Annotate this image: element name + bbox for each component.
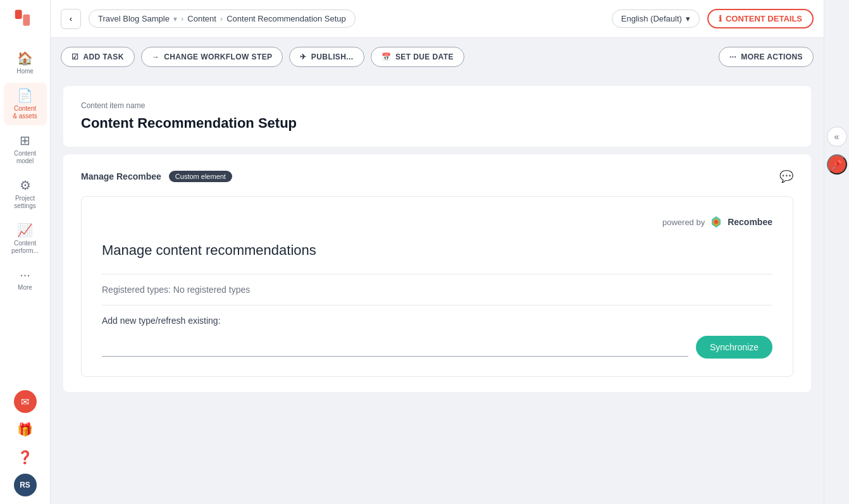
- breadcrumb[interactable]: Travel Blog Sample ▾ › Content › Content…: [89, 9, 356, 28]
- calendar-icon: 📅: [381, 52, 391, 61]
- divider-1: [102, 274, 772, 274]
- sidebar-item-project-settings[interactable]: ⚙ Projectsettings: [4, 173, 47, 215]
- right-panel: « 📌: [824, 0, 849, 504]
- info-icon: ℹ: [719, 14, 722, 23]
- sidebar-item-content-assets[interactable]: 📄 Content& assets: [4, 83, 47, 125]
- sidebar-item-more[interactable]: ··· More: [4, 262, 47, 297]
- content-model-icon: ⊞: [20, 133, 30, 148]
- sidebar-item-content-assets-label: Content& assets: [13, 105, 37, 120]
- recombee-powered-by: powered by Recombee: [662, 214, 772, 230]
- registered-types: Registered types: No registered types: [102, 285, 772, 295]
- breadcrumb-separator-2: ›: [220, 14, 223, 23]
- content-details-button[interactable]: ℹ CONTENT DETAILS: [707, 9, 814, 28]
- manage-recombee-card: Manage Recombee Custom element 💬 powered…: [63, 154, 811, 392]
- sidebar-bottom: ✉ 🎁 ❓ RS: [13, 390, 37, 496]
- set-due-date-label: SET DUE DATE: [395, 52, 454, 61]
- publish-button[interactable]: ✈ PUBLISH...: [289, 47, 364, 67]
- svg-rect-1: [23, 15, 30, 26]
- more-actions-button[interactable]: ··· MORE ACTIONS: [719, 47, 814, 67]
- add-task-label: ADD TASK: [83, 52, 123, 61]
- recombee-logo-icon: [709, 214, 724, 230]
- back-button[interactable]: ‹: [61, 9, 81, 29]
- registered-types-value: No registered types: [173, 285, 250, 295]
- divider-2: [102, 305, 772, 305]
- change-workflow-label: CHANGE WORKFLOW STEP: [164, 52, 272, 61]
- recombee-logo-text: Recombee: [728, 217, 772, 227]
- manage-card-title: Manage Recombee: [81, 171, 161, 181]
- breadcrumb-project: Travel Blog Sample: [98, 14, 170, 23]
- home-icon: 🏠: [17, 51, 33, 66]
- sidebar-item-content-model-label: Contentmodel: [14, 150, 36, 165]
- change-workflow-icon: →: [152, 52, 159, 61]
- notification-icon: ✉: [21, 396, 29, 408]
- comment-icon[interactable]: 💬: [779, 169, 793, 183]
- add-task-icon: ☑: [71, 52, 78, 61]
- registered-types-label: Registered types:: [102, 285, 171, 295]
- toolbar: ☑ ADD TASK → CHANGE WORKFLOW STEP ✈ PUBL…: [51, 38, 824, 76]
- main-area: ‹ Travel Blog Sample ▾ › Content › Conte…: [51, 0, 824, 504]
- content-item-title: Content Recommendation Setup: [81, 115, 793, 132]
- sidebar-item-content-model[interactable]: ⊞ Contentmodel: [4, 128, 47, 170]
- manage-card-header: Manage Recombee Custom element 💬: [81, 169, 793, 183]
- header: ‹ Travel Blog Sample ▾ › Content › Conte…: [51, 0, 824, 38]
- more-actions-label: MORE ACTIONS: [741, 52, 803, 61]
- add-new-type-label: Add new type/refresh existing:: [102, 316, 772, 326]
- powered-by-label: powered by: [662, 218, 705, 227]
- sidebar-item-content-perform[interactable]: 📈 Contentperform...: [4, 218, 47, 260]
- app-logo: [14, 8, 37, 33]
- content-name-card: Content item name Content Recommendation…: [63, 86, 811, 147]
- svg-point-4: [714, 220, 718, 224]
- content-assets-icon: 📄: [17, 88, 33, 103]
- avatar[interactable]: RS: [14, 474, 37, 496]
- sidebar-item-content-perform-label: Contentperform...: [11, 240, 39, 255]
- language-label: English (Default): [621, 14, 682, 23]
- pin-icon: 📌: [831, 159, 842, 169]
- set-due-date-button[interactable]: 📅 SET DUE DATE: [371, 47, 464, 67]
- svg-rect-0: [15, 10, 22, 19]
- custom-element-badge: Custom element: [169, 171, 232, 182]
- more-actions-icon: ···: [729, 52, 736, 61]
- publish-label: PUBLISH...: [311, 52, 354, 61]
- sidebar-item-home[interactable]: 🏠 Home: [4, 46, 47, 80]
- manage-inner: powered by Recombee Manage content re: [81, 196, 793, 377]
- help-icon[interactable]: ❓: [13, 446, 37, 469]
- sync-input[interactable]: [102, 338, 688, 357]
- breadcrumb-separator: ›: [181, 14, 183, 23]
- language-selector[interactable]: English (Default) ▾: [612, 9, 700, 28]
- pin-button[interactable]: 📌: [827, 154, 847, 175]
- sync-row: Synchronize: [102, 336, 772, 359]
- synchronize-label: Synchronize: [710, 342, 759, 352]
- synchronize-button[interactable]: Synchronize: [696, 336, 772, 359]
- breadcrumb-section: Content: [187, 14, 216, 23]
- collapse-panel-button[interactable]: «: [827, 126, 847, 147]
- more-icon: ···: [20, 267, 30, 282]
- manage-content-title: Manage content recommendations: [102, 242, 772, 259]
- content-item-name-label: Content item name: [81, 101, 793, 110]
- change-workflow-button[interactable]: → CHANGE WORKFLOW STEP: [141, 47, 283, 67]
- sidebar-item-more-label: More: [18, 284, 32, 292]
- sidebar: 🏠 Home 📄 Content& assets ⊞ Contentmodel …: [0, 0, 51, 504]
- breadcrumb-chevron-icon: ▾: [173, 15, 177, 23]
- collapse-icon: «: [834, 132, 840, 142]
- sidebar-item-home-label: Home: [16, 68, 34, 75]
- publish-icon: ✈: [300, 52, 306, 61]
- recombee-header: powered by Recombee: [102, 214, 772, 230]
- content-details-label: CONTENT DETAILS: [726, 14, 802, 23]
- notification-button[interactable]: ✉: [14, 390, 37, 413]
- project-settings-icon: ⚙: [20, 178, 31, 193]
- back-icon: ‹: [70, 14, 72, 23]
- content-perform-icon: 📈: [17, 223, 33, 238]
- gift-icon[interactable]: 🎁: [13, 418, 37, 441]
- add-task-button[interactable]: ☑ ADD TASK: [61, 47, 135, 67]
- lang-chevron-icon: ▾: [686, 14, 690, 23]
- breadcrumb-page: Content Recommendation Setup: [226, 14, 346, 23]
- sidebar-item-project-settings-label: Projectsettings: [14, 195, 35, 210]
- content-area: Content item name Content Recommendation…: [51, 76, 824, 504]
